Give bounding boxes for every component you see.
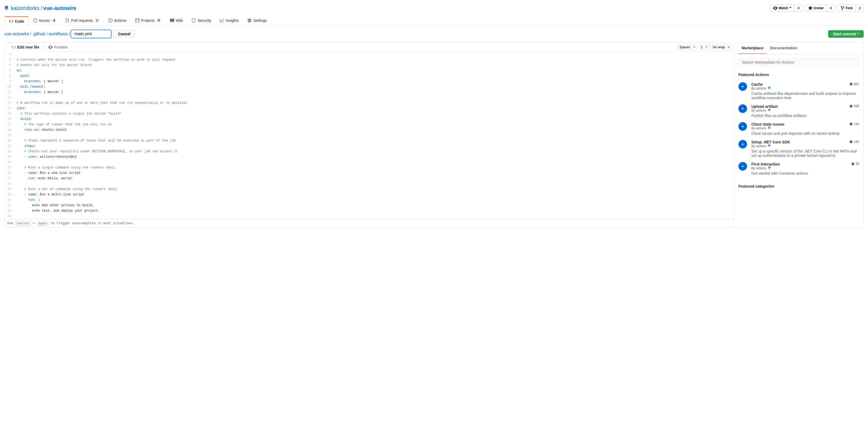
featured-categories-heading: Featured categories — [738, 184, 859, 188]
filename-input[interactable] — [71, 30, 111, 38]
tab-settings[interactable]: Settings — [243, 16, 271, 25]
wrap-mode-select[interactable]: No wrap — [710, 44, 732, 50]
repo-tabs: Code Issues4 Pull requests1 Actions Proj… — [0, 16, 868, 26]
cancel-button[interactable]: Cancel — [114, 30, 135, 38]
crumb-github[interactable]: .github — [32, 32, 45, 36]
crumb-workflows[interactable]: workflows — [49, 32, 68, 36]
action-title: First interaction — [751, 162, 780, 166]
repo-title: kaizendorks / vue-autowire — [4, 5, 76, 11]
action-item[interactable]: Upload artifact By actions 386 Publish f… — [738, 102, 859, 120]
issue-icon — [33, 18, 37, 23]
action-stars: 386 — [849, 104, 859, 108]
tab-wiki[interactable]: Wiki — [166, 16, 187, 25]
marketplace-search-input[interactable] — [738, 59, 859, 66]
gear-icon — [247, 18, 252, 23]
action-author: By actions — [751, 166, 780, 170]
tab-documentation[interactable]: Documentation — [767, 42, 801, 54]
verified-icon — [767, 144, 771, 148]
repo-icon — [4, 6, 9, 10]
action-description: Get started with Container actions — [751, 171, 859, 176]
verified-icon — [767, 87, 771, 90]
fork-count[interactable]: 2 — [856, 4, 864, 12]
project-icon — [135, 18, 140, 23]
action-play-icon — [738, 82, 747, 91]
repo-name-link[interactable]: vue-autowire — [43, 5, 76, 11]
watch-button[interactable]: Watch — [770, 4, 795, 12]
verified-icon — [767, 109, 771, 112]
fork-button[interactable]: Fork — [837, 4, 856, 12]
code-editor[interactable]: 4567891011121314151617181920212223242526… — [5, 52, 734, 219]
action-author: By actions — [751, 109, 778, 112]
tab-preview[interactable]: Preview — [44, 43, 72, 52]
action-play-icon — [738, 104, 747, 113]
repo-owner-link[interactable]: kaizendorks — [11, 5, 40, 11]
eye-icon — [773, 6, 777, 10]
pr-icon — [65, 18, 69, 23]
tab-actions[interactable]: Actions — [104, 16, 131, 25]
shield-icon — [191, 18, 196, 23]
action-description: Set up a specific version of the .NET Co… — [751, 149, 859, 158]
action-item[interactable]: Setup .NET Core SDK By actions 140 Set u… — [738, 138, 859, 160]
tab-security[interactable]: Security — [187, 16, 216, 25]
editor-hint: Use Control + Space to trigger autocompl… — [5, 219, 734, 227]
action-item[interactable]: First interaction By actions 38 Get star… — [738, 160, 859, 178]
action-author: By actions — [751, 126, 784, 130]
breadcrumb: vue-autowire / .github / workflows / Can… — [4, 30, 135, 38]
tab-insights[interactable]: Insights — [216, 16, 243, 25]
tab-edit-file[interactable]: Edit new file — [7, 42, 44, 52]
action-item[interactable]: Close Stale Issues By actions 144 Close … — [738, 120, 859, 138]
action-stars: 140 — [849, 140, 859, 144]
star-icon — [849, 140, 853, 144]
code-icon — [9, 19, 13, 24]
line-gutter: 4567891011121314151617181920212223242526… — [5, 52, 14, 219]
action-author: By actions — [751, 87, 771, 90]
watch-count[interactable]: 4 — [795, 4, 803, 12]
star-icon — [851, 162, 855, 166]
action-title: Cache — [751, 82, 771, 87]
indent-size-select[interactable]: 2 — [698, 44, 709, 50]
tab-projects[interactable]: Projects0 — [131, 16, 166, 25]
action-play-icon — [738, 122, 747, 131]
graph-icon — [220, 18, 224, 23]
tab-code[interactable]: Code — [4, 16, 29, 26]
action-stars: 961 — [849, 82, 859, 86]
verified-icon — [767, 166, 771, 170]
action-play-icon — [738, 140, 747, 149]
action-title: Close Stale Issues — [751, 122, 784, 126]
action-title: Upload artifact — [751, 104, 778, 109]
star-icon — [849, 104, 853, 108]
action-stars: 144 — [849, 122, 859, 126]
code-content[interactable]: # Controls when the action will run. Tri… — [14, 52, 734, 219]
play-icon — [108, 18, 113, 23]
crumb-root[interactable]: vue-autowire — [4, 32, 29, 36]
action-item[interactable]: Cache By actions 961 Cache artifacts lik… — [738, 80, 859, 102]
action-description: Cache artifacts like dependencies and bu… — [751, 91, 859, 100]
action-stars: 38 — [851, 162, 859, 166]
tab-marketplace[interactable]: Marketplace — [738, 42, 767, 54]
action-author: By actions — [751, 144, 790, 148]
action-play-icon — [738, 162, 747, 171]
indent-mode-select[interactable]: Spaces — [677, 44, 697, 50]
book-icon — [170, 18, 174, 23]
tab-issues[interactable]: Issues4 — [29, 16, 61, 25]
star-icon — [808, 6, 812, 10]
star-icon — [849, 82, 853, 86]
unstar-button[interactable]: Unstar — [805, 4, 827, 12]
action-description: Publish files as workflow artifacts — [751, 114, 859, 118]
verified-icon — [767, 126, 771, 130]
start-commit-button[interactable]: Start commit — [828, 30, 864, 38]
star-icon — [849, 122, 853, 126]
action-description: Close issues and pull requests with no r… — [751, 131, 859, 136]
eye-icon — [48, 45, 53, 49]
featured-actions-heading: Featured Actions — [738, 72, 859, 77]
fork-icon — [840, 6, 844, 10]
tab-pull-requests[interactable]: Pull requests1 — [61, 16, 104, 25]
star-count[interactable]: 4 — [827, 4, 835, 12]
code-icon — [11, 45, 16, 49]
action-title: Setup .NET Core SDK — [751, 140, 790, 144]
